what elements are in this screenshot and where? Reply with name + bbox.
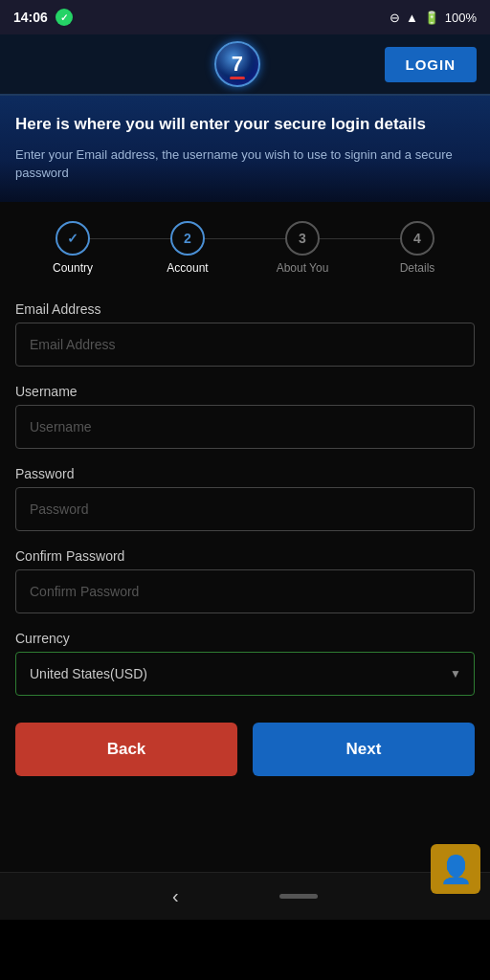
header: 7 LOGIN — [0, 34, 490, 96]
floating-avatar[interactable]: 👤 — [431, 844, 480, 894]
confirm-password-input[interactable] — [15, 569, 475, 613]
step-account: 2 Account — [130, 221, 245, 275]
currency-group: Currency United States(USD) Euro(EUR) Br… — [15, 631, 475, 696]
email-label: Email Address — [15, 301, 475, 317]
currency-label: Currency — [15, 631, 475, 646]
step-circle-3: 3 — [285, 221, 320, 256]
whatsapp-icon: ✓ — [56, 9, 73, 26]
time-display: 14:06 — [13, 10, 48, 25]
stepper: ✓ Country 2 Account 3 About You 4 Detail… — [15, 221, 475, 275]
app-logo: 7 — [214, 41, 260, 87]
email-input[interactable] — [15, 323, 475, 367]
battery-percent: 100% — [445, 11, 477, 25]
confirm-password-label: Confirm Password — [15, 548, 475, 564]
logo-area: 7 — [90, 41, 385, 87]
buttons-row: Back Next — [15, 723, 475, 776]
step-label-country: Country — [53, 261, 93, 275]
confirm-password-group: Confirm Password — [15, 548, 475, 613]
status-left: 14:06 ✓ — [13, 9, 73, 26]
password-label: Password — [15, 466, 475, 481]
username-input[interactable] — [15, 405, 475, 449]
person-icon: 👤 — [439, 854, 473, 885]
step-country: ✓ Country — [15, 221, 130, 275]
currency-select[interactable]: United States(USD) Euro(EUR) British Pou… — [15, 652, 475, 696]
step-label-about-you: About You — [277, 261, 329, 275]
next-button[interactable]: Next — [253, 723, 475, 776]
hero-title: Here is where you will enter your secure… — [15, 113, 475, 136]
step-circle-1: ✓ — [56, 221, 90, 256]
username-group: Username — [15, 384, 475, 449]
nav-pill — [279, 894, 318, 899]
email-group: Email Address — [15, 301, 475, 367]
username-label: Username — [15, 384, 475, 399]
hero-section: Here is where you will enter your secure… — [0, 96, 490, 202]
step-label-account: Account — [167, 261, 208, 275]
password-group: Password — [15, 466, 475, 531]
login-button[interactable]: LOGIN — [385, 47, 478, 82]
step-circle-4: 4 — [400, 221, 434, 256]
step-circle-2: 2 — [170, 221, 205, 256]
step-about-you: 3 About You — [245, 221, 360, 275]
signal-icon: ⊖ — [390, 11, 400, 25]
currency-select-wrapper: United States(USD) Euro(EUR) British Pou… — [15, 652, 475, 696]
status-bar: 14:06 ✓ ⊖ ▲ 🔋 100% — [0, 0, 490, 34]
step-label-details: Details — [400, 261, 435, 275]
main-content: ✓ Country 2 Account 3 About You 4 Detail… — [0, 202, 490, 872]
back-button[interactable]: Back — [15, 723, 237, 776]
status-right: ⊖ ▲ 🔋 100% — [390, 11, 477, 25]
hero-description: Enter your Email address, the username y… — [15, 145, 475, 183]
wifi-icon: ▲ — [406, 11, 418, 25]
password-input[interactable] — [15, 487, 475, 531]
nav-back-arrow[interactable]: ‹ — [172, 885, 179, 907]
battery-icon: 🔋 — [424, 11, 439, 25]
navigation-bar: ‹ — [0, 872, 490, 920]
step-details: 4 Details — [360, 221, 475, 275]
